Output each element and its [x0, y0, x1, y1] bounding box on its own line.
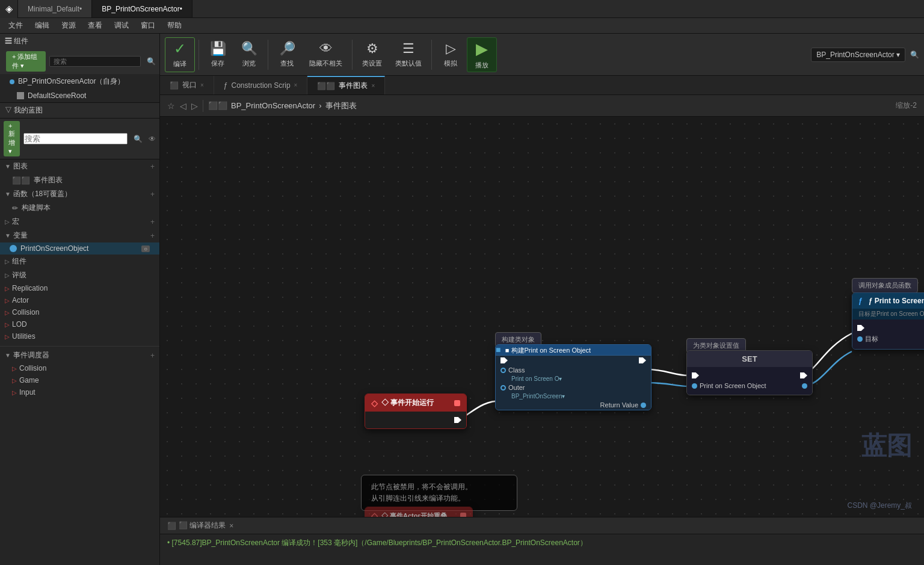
- grid-icon: ⬛⬛: [12, 176, 30, 185]
- toolbar: ✓ 编译 💾 保存 🔍 浏览 🔎 查找: [160, 34, 924, 76]
- tree-utilities[interactable]: ▷ Utilities: [0, 330, 159, 342]
- component-self[interactable]: BP_PrintOnScreenActor（自身）: [0, 74, 159, 89]
- add-macro-icon[interactable]: +: [150, 218, 155, 226]
- breadcrumb-bar: ☆ ◁ ▷ ⬛⬛ BP_PrintOnScreenActor › 事件图表 缩放…: [160, 95, 924, 117]
- tree-components-var[interactable]: ▷ 组件: [0, 255, 159, 268]
- components-search-input[interactable]: [49, 56, 141, 67]
- event-actor-overlap-node[interactable]: ◇ ◇ 事件Actor开始重叠 Other Actor: [365, 507, 473, 517]
- bp-selector[interactable]: BP_PrintOnScreenActor ▾: [811, 48, 905, 62]
- add-component-button[interactable]: + 添加组件 ▾: [6, 51, 46, 72]
- class-value[interactable]: Print on Screen O▾: [496, 375, 651, 383]
- tree-construct-script[interactable]: ✏ 构建脚本: [0, 201, 159, 215]
- eye-icon[interactable]: 👁: [149, 135, 156, 143]
- save-button[interactable]: 💾 保存: [203, 37, 233, 72]
- tree-replication[interactable]: ▷ Replication: [0, 282, 159, 294]
- tree-collision-sched[interactable]: ▷ Collision: [0, 362, 159, 374]
- menu-file[interactable]: 文件: [2, 18, 29, 33]
- class-pin-icon: [500, 368, 506, 373]
- exec-row: [496, 356, 651, 365]
- tree-actor[interactable]: ▷ Actor: [0, 294, 159, 306]
- tree-input-sched[interactable]: ▷ Input: [0, 386, 159, 398]
- connections-svg: [160, 117, 924, 517]
- bp-grid-icon: ⬛⬛: [208, 101, 227, 110]
- event-begin-body: [365, 412, 466, 428]
- left-exec-icon: [500, 357, 508, 363]
- menu-debug[interactable]: 调试: [108, 18, 135, 33]
- tree-variables[interactable]: ▼ 变量 +: [0, 229, 159, 242]
- search-icon-bp[interactable]: 🔍: [134, 135, 143, 143]
- target-label: 目标: [865, 335, 878, 344]
- class-pin-label: Class: [508, 366, 525, 374]
- tree-macros[interactable]: ▷ 宏 +: [0, 215, 159, 229]
- event-diamond2-icon: ◇: [371, 511, 378, 517]
- hide-icon: 👁: [319, 41, 333, 57]
- my-blueprint-section: ▽ 我的蓝图 + 新增 ▾ 🔍 👁 ▼ 图表 + ⬛⬛ 事件图表 ▼ 函数（18…: [0, 103, 159, 565]
- outer-value[interactable]: BP_PrintOnScreen▾: [496, 392, 651, 400]
- tree-event-scheduler[interactable]: ▼ 事件调度器 +: [0, 346, 159, 362]
- separator-3: [352, 40, 353, 70]
- tree-game-sched[interactable]: ▷ Game: [0, 374, 159, 386]
- class-icon: ⚙: [366, 41, 378, 57]
- close-bottom-icon[interactable]: ×: [229, 522, 233, 530]
- tab-construction[interactable]: ƒ Construction Scrip ×: [214, 76, 308, 94]
- tab-bp-actor[interactable]: BP_PrintOnScreenActor•: [92, 0, 192, 17]
- main-layout: ☰ 组件 + 添加组件 ▾ 🔍 BP_PrintOnScreenActor（自身…: [0, 34, 924, 565]
- tree-functions[interactable]: ▼ 函数（18可覆盖） +: [0, 187, 159, 201]
- browse-button[interactable]: 🔍 浏览: [234, 37, 264, 72]
- tab-viewport[interactable]: ⬛ 视口 ×: [160, 76, 214, 94]
- event-diamond-icon: ◇: [371, 398, 378, 408]
- back-icon[interactable]: ◁: [180, 101, 186, 111]
- tree-lod[interactable]: ▷ LOD: [0, 318, 159, 330]
- tab-minimal[interactable]: Minimal_Default•: [18, 0, 92, 17]
- event-icon: ⬛⬛: [317, 82, 335, 90]
- search-icon[interactable]: 🔍: [147, 57, 156, 66]
- menu-edit[interactable]: 编辑: [29, 18, 55, 33]
- var-print-object[interactable]: PrintOnScreenObject ○: [0, 242, 159, 255]
- print-screen-node[interactable]: ƒ ƒ Print to Screen 目标是Print on Screen O…: [852, 292, 924, 350]
- menu-assets[interactable]: 资源: [55, 18, 82, 33]
- class-pin-row: Class: [496, 365, 651, 375]
- class-defaults-button[interactable]: ☰ 类默认值: [389, 37, 428, 72]
- menu-view[interactable]: 查看: [82, 18, 108, 33]
- print-subtitle: 目标是Print on Screen Object: [852, 309, 924, 320]
- event-begin-node[interactable]: ◇ ◇ 事件开始运行: [365, 394, 467, 429]
- component-root[interactable]: DefaultSceneRoot: [0, 89, 159, 102]
- canvas-area[interactable]: ◇ ◇ 事件开始运行 构建类对象: [160, 117, 924, 517]
- tab-event-graph[interactable]: ⬛⬛ 事件图表 ×: [307, 76, 385, 94]
- add-graphs-icon[interactable]: +: [150, 162, 155, 171]
- set-body: Print on Screen Object: [687, 367, 812, 395]
- close-viewport-icon[interactable]: ×: [200, 82, 204, 88]
- set-output-icon: [802, 383, 807, 389]
- construct-object-node[interactable]: ■ ■ 构建Print on Screen Object: [495, 344, 651, 410]
- bp-search-input[interactable]: [23, 133, 128, 144]
- add-scheduler-icon[interactable]: +: [150, 351, 155, 360]
- tree-graphs[interactable]: ▼ 图表 +: [0, 159, 159, 173]
- compiler-icon: ⬛: [167, 522, 176, 530]
- set-left-exec: [692, 372, 699, 378]
- compile-button[interactable]: ✓ 编译: [165, 37, 195, 72]
- menu-window[interactable]: 窗口: [135, 18, 161, 33]
- search-filter-icon[interactable]: 🔍: [910, 51, 919, 59]
- class-settings-button[interactable]: ⚙ 类设置: [356, 37, 388, 72]
- right-area: ✓ 编译 💾 保存 🔍 浏览 🔎 查找: [160, 34, 924, 565]
- hide-button[interactable]: 👁 隐藏不相关: [303, 37, 348, 72]
- star-icon[interactable]: ☆: [167, 101, 175, 111]
- tree-event-graph[interactable]: ⬛⬛ 事件图表: [0, 173, 159, 187]
- simulate-button[interactable]: ▷ 模拟: [436, 37, 466, 72]
- menu-help[interactable]: 帮助: [161, 18, 188, 33]
- compiler-results-tab[interactable]: ⬛ ⬛ 编译器结果: [167, 520, 226, 531]
- new-button[interactable]: + 新增 ▾: [4, 121, 20, 156]
- tree-collision[interactable]: ▷ Collision: [0, 306, 159, 318]
- find-button[interactable]: 🔎 查找: [272, 37, 302, 72]
- add-func-icon[interactable]: +: [150, 190, 155, 199]
- play-button[interactable]: ▶ 播放: [467, 37, 497, 72]
- add-var-icon[interactable]: +: [150, 232, 155, 240]
- construct-header: ■ ■ 构建Print on Screen Object: [496, 345, 651, 356]
- close-event-icon[interactable]: ×: [371, 82, 375, 89]
- set-header: SET: [687, 351, 812, 367]
- return-pin-row: Return Value: [496, 400, 651, 410]
- tree-rating[interactable]: ▷ 评级: [0, 268, 159, 282]
- close-construction-icon[interactable]: ×: [294, 82, 298, 88]
- forward-icon[interactable]: ▷: [191, 101, 198, 111]
- set-node[interactable]: SET Print on Screen Object: [686, 350, 813, 395]
